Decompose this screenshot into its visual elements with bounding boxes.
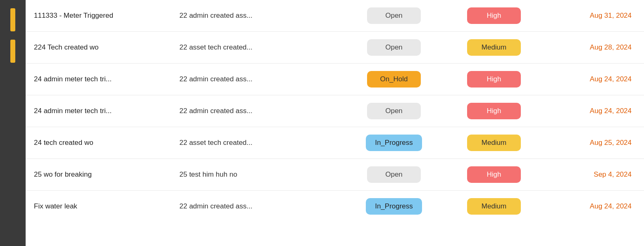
work-order-name: Fix water leak xyxy=(26,191,171,222)
work-order-priority: Medium xyxy=(444,127,544,159)
table-row[interactable]: 224 Tech created wo 22 asset tech create… xyxy=(26,32,644,64)
work-order-priority: Medium xyxy=(444,191,544,222)
date-value: Aug 28, 2024 xyxy=(590,43,632,51)
table-row[interactable]: 24 tech created wo 22 asset tech created… xyxy=(26,127,644,159)
work-order-priority: High xyxy=(444,159,544,191)
sidebar xyxy=(0,0,26,246)
status-badge: On_Hold xyxy=(367,71,421,88)
table-row[interactable]: 111333 - Meter Triggered 22 admin create… xyxy=(26,0,644,32)
work-order-description: 22 admin created ass... xyxy=(171,95,344,127)
work-order-description: 22 asset tech created... xyxy=(171,32,344,64)
priority-badge: High xyxy=(467,71,521,88)
work-order-description: 22 admin created ass... xyxy=(171,64,344,95)
table-row[interactable]: 25 wo for breaking 25 test him huh no Op… xyxy=(26,159,644,191)
work-order-status: Open xyxy=(344,159,444,191)
status-badge: Open xyxy=(367,103,421,119)
work-order-name: 24 tech created wo xyxy=(26,127,171,159)
work-order-priority: High xyxy=(444,0,544,32)
work-order-date: Aug 24, 2024 xyxy=(544,191,644,222)
status-badge: Open xyxy=(367,7,421,24)
table-container: 111333 - Meter Triggered 22 admin create… xyxy=(26,0,644,246)
table-row[interactable]: Fix water leak 22 admin created ass... I… xyxy=(26,191,644,222)
sidebar-active-marker xyxy=(10,8,15,31)
work-order-date: Aug 25, 2024 xyxy=(544,127,644,159)
date-value: Aug 24, 2024 xyxy=(590,75,632,83)
priority-badge: High xyxy=(467,103,521,119)
work-order-status: Open xyxy=(344,95,444,127)
work-order-description: 22 admin created ass... xyxy=(171,191,344,222)
status-badge: Open xyxy=(367,166,421,183)
work-order-priority: High xyxy=(444,64,544,95)
page-wrapper: 111333 - Meter Triggered 22 admin create… xyxy=(0,0,644,246)
work-order-date: Sep 4, 2024 xyxy=(544,159,644,191)
date-value: Aug 31, 2024 xyxy=(590,12,632,19)
priority-badge: Medium xyxy=(467,135,521,151)
table-row[interactable]: 24 admin meter tech tri... 22 admin crea… xyxy=(26,95,644,127)
work-order-date: Aug 31, 2024 xyxy=(544,0,644,32)
status-badge: Open xyxy=(367,39,421,56)
work-order-date: Aug 24, 2024 xyxy=(544,95,644,127)
status-badge: In_Progress xyxy=(366,198,422,215)
priority-badge: High xyxy=(467,166,521,183)
work-order-date: Aug 28, 2024 xyxy=(544,32,644,64)
date-value: Aug 24, 2024 xyxy=(590,202,632,210)
priority-badge: Medium xyxy=(467,39,521,56)
work-order-status: Open xyxy=(344,0,444,32)
work-order-name: 25 wo for breaking xyxy=(26,159,171,191)
work-order-description: 22 admin created ass... xyxy=(171,0,344,32)
date-value: Aug 25, 2024 xyxy=(590,139,632,147)
status-badge: In_Progress xyxy=(366,135,422,151)
date-value: Sep 4, 2024 xyxy=(594,170,632,178)
work-order-date: Aug 24, 2024 xyxy=(544,64,644,95)
work-order-description: 25 test him huh no xyxy=(171,159,344,191)
work-orders-table: 111333 - Meter Triggered 22 admin create… xyxy=(26,0,644,222)
work-order-status: Open xyxy=(344,32,444,64)
work-order-description: 22 asset tech created... xyxy=(171,127,344,159)
sidebar-active-marker xyxy=(10,40,15,63)
date-value: Aug 24, 2024 xyxy=(590,107,632,115)
work-order-name: 111333 - Meter Triggered xyxy=(26,0,171,32)
work-order-name: 224 Tech created wo xyxy=(26,32,171,64)
work-order-status: On_Hold xyxy=(344,64,444,95)
work-order-status: In_Progress xyxy=(344,127,444,159)
work-order-priority: High xyxy=(444,95,544,127)
work-order-priority: Medium xyxy=(444,32,544,64)
table-row[interactable]: 24 admin meter tech tri... 22 admin crea… xyxy=(26,64,644,95)
priority-badge: High xyxy=(467,7,521,24)
work-order-name: 24 admin meter tech tri... xyxy=(26,95,171,127)
work-order-status: In_Progress xyxy=(344,191,444,222)
priority-badge: Medium xyxy=(467,198,521,215)
work-order-name: 24 admin meter tech tri... xyxy=(26,64,171,95)
